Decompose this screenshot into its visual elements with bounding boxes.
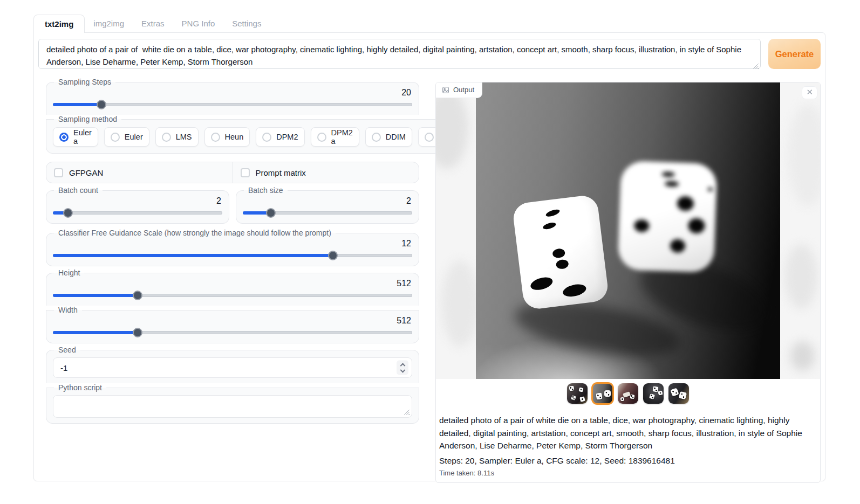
radio-euler-a[interactable]: Euler a: [53, 127, 98, 147]
batch-count-slider-handle[interactable]: [63, 208, 73, 218]
batch-size-value: 2: [243, 196, 412, 206]
batch-size-slider[interactable]: [243, 208, 412, 218]
output-params-text: Steps: 20, Sampler: Euler a, CFG scale: …: [439, 454, 816, 467]
generate-button[interactable]: Generate: [768, 39, 821, 69]
image-icon: [442, 86, 449, 94]
width-value: 512: [53, 315, 412, 326]
radio-icon: [111, 133, 120, 142]
radio-selected-icon: [59, 133, 69, 142]
radio-label: DPM2 a: [331, 128, 353, 146]
radio-euler[interactable]: Euler: [104, 127, 149, 147]
batch-count-label: Batch count: [54, 186, 103, 195]
height-label: Height: [54, 268, 84, 277]
radio-lms[interactable]: LMS: [155, 127, 199, 147]
radio-icon: [211, 133, 220, 142]
output-label: Output: [453, 86, 474, 94]
radio-label: DDIM: [386, 133, 406, 141]
gfpgan-label: GFPGAN: [69, 168, 103, 177]
radio-icon: [372, 133, 381, 142]
gallery-thumbnail-3[interactable]: [618, 383, 638, 404]
radio-label: Heun: [225, 133, 244, 141]
width-label: Width: [54, 306, 82, 314]
output-prompt-text: detailed photo of a pair of white die on…: [439, 414, 816, 452]
stage-left-margin: [436, 82, 476, 379]
radio-heun[interactable]: Heun: [204, 127, 250, 147]
gallery-thumbnail-5[interactable]: [668, 383, 689, 404]
checkbox-icon: [241, 168, 250, 177]
batch-size-group: Batch size 2: [236, 186, 419, 224]
txt2img-app: txt2img img2img Extras PNG Info Settings…: [0, 0, 860, 504]
sampling-method-label: Sampling method: [54, 115, 121, 123]
sampling-steps-value: 20: [53, 87, 412, 98]
die-blurred: [618, 161, 718, 273]
radio-icon: [425, 133, 434, 142]
python-script-group: Python script: [46, 383, 419, 424]
die-focused: [512, 194, 610, 310]
output-header: Output: [436, 82, 482, 98]
seed-stepper[interactable]: [397, 361, 408, 375]
sampling-steps-group: Sampling Steps 20: [46, 78, 419, 115]
radio-icon: [262, 133, 271, 142]
gallery-thumbnail-2-selected[interactable]: [592, 383, 613, 404]
batch-count-slider[interactable]: [53, 208, 222, 218]
seed-input[interactable]: [53, 363, 412, 372]
gfpgan-checkbox[interactable]: GFPGAN: [46, 162, 233, 183]
radio-icon: [162, 133, 171, 142]
gallery-thumbnail-1[interactable]: [567, 383, 588, 404]
python-script-label: Python script: [54, 383, 106, 392]
stage-right-margin: [780, 82, 820, 379]
cfg-scale-group: Classifier Free Guidance Scale (how stro…: [46, 229, 419, 266]
tab-txt2img[interactable]: txt2img: [33, 15, 85, 33]
height-value: 512: [53, 278, 412, 289]
tab-bar: txt2img img2img Extras PNG Info Settings: [33, 15, 270, 32]
prompt-input[interactable]: [38, 39, 761, 69]
width-group: Width 512: [46, 306, 419, 343]
output-info: detailed photo of a pair of white die on…: [436, 407, 820, 482]
gallery-thumbnail-4[interactable]: [643, 383, 664, 404]
prompt-matrix-checkbox[interactable]: Prompt matrix: [233, 162, 419, 183]
tab-extras[interactable]: Extras: [133, 15, 173, 32]
settings-column: Sampling Steps 20 Sampling method Euler …: [46, 78, 419, 424]
seed-label: Seed: [54, 346, 80, 354]
sampling-method-group: Sampling method Euler a Euler LMS Heun D…: [46, 115, 473, 154]
seed-group: Seed: [46, 346, 419, 383]
close-icon[interactable]: ✕: [802, 86, 817, 99]
chevron-down-icon[interactable]: [400, 367, 405, 372]
tab-settings[interactable]: Settings: [223, 15, 270, 32]
txt2img-panel: Generate Sampling Steps 20 Samp: [33, 32, 825, 481]
width-slider-handle[interactable]: [133, 328, 142, 337]
output-gallery: [436, 379, 820, 407]
height-slider[interactable]: [53, 291, 412, 300]
output-image[interactable]: [476, 82, 780, 379]
radio-label: DPM2: [276, 133, 298, 141]
prompt-matrix-label: Prompt matrix: [256, 168, 306, 177]
sampling-steps-slider[interactable]: [53, 100, 412, 109]
sampling-method-options: Euler a Euler LMS Heun DPM2 DPM2 a DDIM …: [53, 125, 466, 148]
radio-label: Euler: [125, 133, 143, 141]
height-group: Height 512: [46, 268, 419, 306]
sampling-steps-slider-handle[interactable]: [97, 100, 106, 109]
checkbox-icon: [54, 168, 63, 177]
width-slider[interactable]: [53, 328, 412, 337]
batch-size-slider-handle[interactable]: [266, 208, 276, 218]
output-panel: Output ✕: [435, 82, 821, 483]
cfg-scale-label: Classifier Free Guidance Scale (how stro…: [54, 229, 336, 237]
radio-dpm2[interactable]: DPM2: [256, 127, 304, 147]
sampling-steps-label: Sampling Steps: [54, 78, 115, 86]
height-slider-handle[interactable]: [133, 291, 142, 300]
tab-img2img[interactable]: img2img: [85, 15, 133, 32]
python-script-input[interactable]: [53, 396, 412, 417]
radio-dpm2-a[interactable]: DPM2 a: [311, 127, 359, 147]
radio-label: Euler a: [73, 128, 92, 146]
cfg-scale-slider[interactable]: [53, 251, 412, 260]
tab-png-info[interactable]: PNG Info: [173, 15, 224, 32]
prompt-row: Generate: [38, 39, 821, 71]
output-image-stage: [436, 82, 820, 379]
radio-label: LMS: [176, 133, 192, 141]
options-row: GFPGAN Prompt matrix: [46, 162, 419, 183]
batch-size-label: Batch size: [244, 186, 288, 195]
radio-ddim[interactable]: DDIM: [365, 127, 412, 147]
output-time-text: Time taken: 8.11s: [439, 469, 816, 477]
cfg-scale-value: 12: [53, 238, 412, 249]
cfg-scale-slider-handle[interactable]: [328, 251, 338, 260]
